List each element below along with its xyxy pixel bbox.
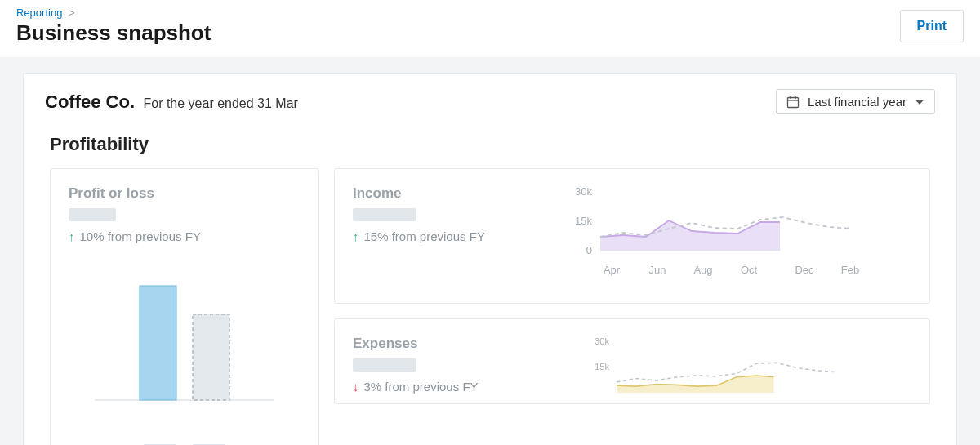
expenses-card-title: Expenses bbox=[353, 336, 532, 352]
arrow-up-icon: ↑ bbox=[69, 229, 75, 243]
ytick: 15k bbox=[595, 362, 610, 372]
ytick: 30k bbox=[595, 336, 610, 346]
income-card-title: Income bbox=[353, 185, 532, 202]
print-button[interactable]: Print bbox=[900, 10, 964, 42]
income-delta-text: 15% from previous FY bbox=[364, 229, 485, 243]
placeholder-value bbox=[353, 208, 416, 221]
income-card: Income ↑ 15% from previous FY 30k 15k 0 bbox=[334, 168, 930, 304]
ytick: 30k bbox=[575, 185, 592, 198]
calendar-icon bbox=[786, 96, 800, 109]
breadcrumb: Reporting > bbox=[16, 7, 211, 19]
income-delta: ↑ 15% from previous FY bbox=[353, 229, 532, 243]
xtick: Aug bbox=[693, 264, 712, 276]
breadcrumb-parent-link[interactable]: Reporting bbox=[16, 7, 62, 19]
breadcrumb-separator: > bbox=[69, 7, 75, 19]
xtick: Apr bbox=[604, 264, 621, 276]
org-name: Coffee Co. bbox=[45, 91, 135, 112]
period-selector[interactable]: Last financial year bbox=[776, 89, 935, 114]
income-line-chart: 30k 15k 0 Apr Jun bbox=[550, 185, 911, 283]
profit-delta: ↑ 10% from previous FY bbox=[69, 229, 301, 243]
expenses-delta-text: 3% from previous FY bbox=[364, 380, 479, 394]
svg-rect-0 bbox=[788, 97, 799, 107]
org-line: Coffee Co. For the year ended 31 Mar bbox=[45, 91, 298, 113]
xtick: Jun bbox=[649, 264, 666, 276]
profit-delta-text: 10% from previous FY bbox=[80, 229, 201, 243]
profit-bar-chart bbox=[69, 261, 301, 433]
arrow-up-icon: ↑ bbox=[353, 229, 359, 243]
svg-rect-6 bbox=[140, 286, 176, 400]
ytick: 15k bbox=[575, 215, 592, 227]
svg-marker-4 bbox=[915, 100, 924, 105]
xtick: Oct bbox=[741, 264, 758, 276]
org-period: For the year ended 31 Mar bbox=[143, 96, 297, 110]
profit-card: Profit or loss ↑ 10% from previous FY bbox=[50, 168, 319, 445]
xtick: Feb bbox=[841, 264, 859, 276]
svg-rect-7 bbox=[193, 314, 229, 400]
chevron-down-icon bbox=[915, 97, 924, 107]
arrow-down-icon: ↓ bbox=[353, 380, 359, 394]
expenses-line-chart: 30k 15k bbox=[550, 336, 911, 393]
section-title-profitability: Profitability bbox=[50, 134, 935, 155]
expenses-card: Expenses ↓ 3% from previous FY 30k 15k bbox=[334, 318, 930, 404]
page-title: Business snapshot bbox=[16, 20, 211, 46]
expenses-delta: ↓ 3% from previous FY bbox=[353, 380, 532, 394]
ytick: 0 bbox=[586, 244, 592, 256]
period-selector-label: Last financial year bbox=[808, 95, 906, 109]
profit-card-title: Profit or loss bbox=[69, 185, 301, 202]
xtick: Dec bbox=[795, 264, 814, 276]
placeholder-value bbox=[353, 358, 416, 372]
placeholder-value bbox=[69, 208, 116, 221]
